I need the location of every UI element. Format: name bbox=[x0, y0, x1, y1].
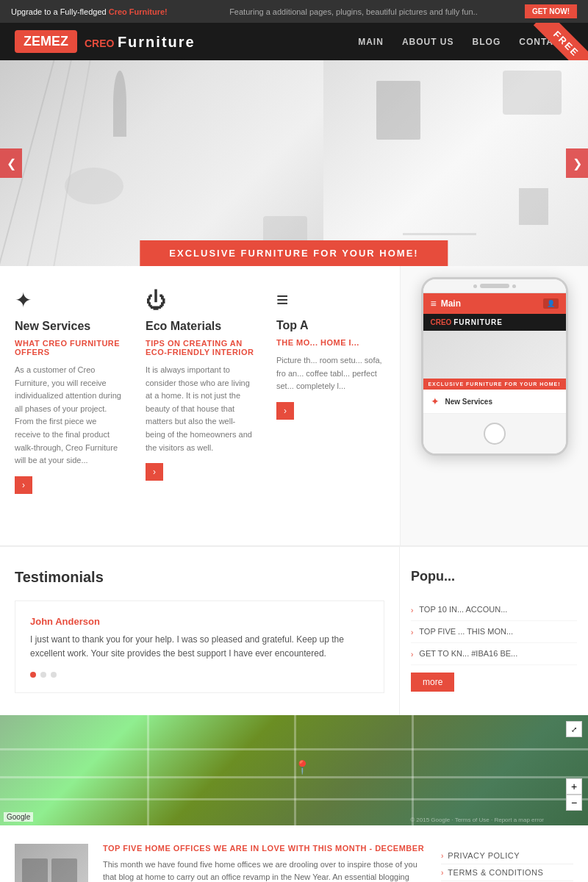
hero-room-left bbox=[0, 60, 323, 266]
phone-notch bbox=[480, 284, 509, 288]
map-section: 📍 ⤢ + − Google © 2015 Google · Terms of … bbox=[0, 715, 588, 825]
main-nav: MAIN ABOUT US BLOG CONTACTS bbox=[358, 37, 573, 47]
phone-nav-label: Main bbox=[441, 298, 461, 309]
phone-home-button[interactable] bbox=[484, 423, 506, 445]
service-2-desc: It is always important to consider those… bbox=[146, 364, 254, 454]
nav-main[interactable]: MAIN bbox=[358, 37, 384, 47]
services-left: ✦ New Services WHAT CREO FURNITURE OFFER… bbox=[0, 266, 400, 545]
zemez-logo: ZEMEZ bbox=[15, 30, 77, 53]
services-section: ✦ New Services WHAT CREO FURNITURE OFFER… bbox=[0, 266, 588, 546]
service-1-arrow-button[interactable]: › bbox=[15, 476, 32, 494]
hero-caption: EXCLUSIVE FURNITURE FOR YOUR HOME! bbox=[140, 240, 448, 266]
dot-2[interactable] bbox=[40, 672, 46, 678]
slider-next-button[interactable]: ❯ bbox=[566, 148, 588, 178]
phone-top-bar bbox=[423, 279, 566, 293]
arrow-privacy: › bbox=[441, 852, 443, 860]
service-3-title: Top A bbox=[276, 319, 385, 332]
arrow-terms: › bbox=[441, 869, 443, 877]
service-1-desc: As a customer of Creo Furniture, you wil… bbox=[15, 364, 123, 467]
feature-text: Featuring a additional pages, plugins, b… bbox=[182, 7, 525, 16]
footer-links: › PRIVACY POLICY › TERMS & CONDITIONS › … bbox=[441, 844, 573, 882]
map-pin: 📍 bbox=[294, 759, 310, 775]
map-road-v3 bbox=[412, 715, 414, 825]
blog-footer-section: TOP FIVE HOME OFFICES WE ARE IN LOVE WIT… bbox=[0, 825, 588, 882]
map-expand-button[interactable]: ⤢ bbox=[566, 721, 582, 737]
phone-hero-caption: EXCLUSIVE FURNITURE FOR YOUR HOME! bbox=[423, 379, 566, 390]
popular-list: › TOP 10 IN... ACCOUN... › TOP FIVE ... … bbox=[411, 599, 577, 665]
phone-menu-icon: ≡ bbox=[431, 298, 437, 309]
phone-service-text: New Services bbox=[445, 398, 493, 406]
popular-item-3: › GET TO KN... #IBA16 BE... bbox=[411, 643, 577, 665]
nav-blog[interactable]: BLOG bbox=[473, 37, 501, 47]
services-row: ✦ New Services WHAT CREO FURNITURE OFFER… bbox=[15, 288, 385, 494]
brand-furniture: Furniture bbox=[118, 34, 196, 50]
middle-section: Testimonials John Anderson I just want t… bbox=[0, 546, 588, 715]
upgrade-link[interactable]: Creo Furniture! bbox=[109, 7, 168, 16]
brand-creo: CREO bbox=[85, 37, 114, 49]
blog-text-area: TOP FIVE HOME OFFICES WE ARE IN LOVE WIT… bbox=[103, 844, 426, 882]
footer-link-text-privacy[interactable]: PRIVACY POLICY bbox=[448, 851, 520, 860]
service-3-icon: ≡ bbox=[276, 288, 385, 312]
bullet-3: › bbox=[411, 650, 413, 659]
service-1-title: New Services bbox=[15, 320, 123, 333]
phone-user-icon: 👤 bbox=[543, 298, 559, 309]
popular-text-3: GET TO KN... #IBA16 BE... bbox=[419, 649, 517, 659]
map-zoom-controls: + − bbox=[566, 778, 582, 811]
nav-about[interactable]: ABOUT US bbox=[402, 37, 454, 47]
phone-service-item: ✦ New Services bbox=[423, 390, 566, 414]
footer-link-text-terms[interactable]: TERMS & CONDITIONS bbox=[448, 868, 543, 877]
service-3-arrow-button[interactable]: › bbox=[276, 402, 294, 420]
service-2-link[interactable]: TIPS ON CREATING AN ECO-FRIENDLY INTERIO… bbox=[146, 339, 254, 356]
map-zoom-in-button[interactable]: + bbox=[566, 778, 582, 795]
service-1-icon: ✦ bbox=[15, 288, 123, 312]
bullet-1: › bbox=[411, 606, 413, 614]
phone-nav-bar: ≡ Main 👤 bbox=[423, 293, 566, 314]
popular-text-2: TOP FIVE ... THIS MON... bbox=[419, 627, 513, 637]
nav-contacts[interactable]: CONTACTS bbox=[519, 37, 573, 47]
testimonial-dots bbox=[30, 672, 369, 678]
service-card-new-services: ✦ New Services WHAT CREO FURNITURE OFFER… bbox=[15, 288, 123, 494]
testimonial-box: John Anderson I just want to thank you f… bbox=[15, 600, 384, 693]
testimonials-section: Testimonials John Anderson I just want t… bbox=[0, 547, 400, 715]
popular-text-1: TOP 10 IN... ACCOUN... bbox=[419, 605, 507, 614]
popular-section: Popu... › TOP 10 IN... ACCOUN... › TOP F… bbox=[400, 547, 588, 715]
testimonial-author: John Anderson bbox=[30, 616, 369, 627]
header: ZEMEZ CREO Furniture MAIN ABOUT US BLOG … bbox=[0, 23, 588, 60]
service-3-link[interactable]: THE MO... HOME I... bbox=[276, 338, 385, 347]
service-3-desc: Picture th... room setu... sofa, fro an.… bbox=[276, 354, 385, 393]
map-road-v1 bbox=[147, 715, 149, 825]
hero-room-right bbox=[323, 60, 588, 266]
phone-mockup: ≡ Main 👤 CREO FURNITURE EXCLUSIVE FURNIT… bbox=[421, 277, 568, 456]
service-2-arrow-button[interactable]: › bbox=[146, 463, 163, 481]
upgrade-text: Upgrade to a Fully-fledged Creo Furnitur… bbox=[11, 7, 182, 16]
blog-image bbox=[15, 844, 88, 882]
service-card-eco-materials: ⏻ Eco Materials TIPS ON CREATING AN ECO-… bbox=[146, 288, 254, 494]
phone-hero: EXCLUSIVE FURNITURE FOR YOUR HOME! bbox=[423, 331, 566, 390]
service-1-link[interactable]: WHAT CREO FURNITURE OFFERS bbox=[15, 339, 123, 356]
service-2-title: Eco Materials bbox=[146, 320, 254, 333]
get-now-button[interactable]: GET NOW! bbox=[525, 4, 577, 18]
google-label: Google bbox=[4, 812, 33, 822]
slider-prev-button[interactable]: ❮ bbox=[0, 148, 22, 178]
service-card-top: ≡ Top A THE MO... HOME I... Picture th..… bbox=[276, 288, 385, 494]
phone-service-icon: ✦ bbox=[431, 395, 440, 407]
hero-slider: ❮ ❯ EXCLUSIVE FURNITURE FOR YOUR HOME! bbox=[0, 60, 588, 266]
map-zoom-out-button[interactable]: − bbox=[566, 795, 582, 811]
dot-3[interactable] bbox=[51, 672, 57, 678]
popular-title: Popu... bbox=[411, 569, 577, 584]
phone-bottom bbox=[423, 414, 566, 453]
footer-link-terms: › TERMS & CONDITIONS bbox=[441, 864, 573, 881]
more-button[interactable]: more bbox=[411, 673, 454, 692]
dot-1[interactable] bbox=[30, 672, 36, 678]
top-banner: Upgrade to a Fully-fledged Creo Furnitur… bbox=[0, 0, 588, 23]
bullet-2: › bbox=[411, 628, 413, 637]
popular-item-1: › TOP 10 IN... ACCOUN... bbox=[411, 599, 577, 621]
testimonials-title: Testimonials bbox=[15, 569, 384, 586]
phone-mockup-section: ≡ Main 👤 CREO FURNITURE EXCLUSIVE FURNIT… bbox=[400, 266, 588, 545]
phone-logo-bar: CREO FURNITURE bbox=[423, 314, 566, 331]
blog-title: TOP FIVE HOME OFFICES WE ARE IN LOVE WIT… bbox=[103, 844, 426, 853]
testimonial-text: I just want to thank you for your help. … bbox=[30, 633, 369, 661]
blog-desc: This month we have found five home offic… bbox=[103, 858, 426, 882]
brand-logo: CREO Furniture bbox=[85, 34, 196, 50]
popular-item-2: › TOP FIVE ... THIS MON... bbox=[411, 621, 577, 643]
